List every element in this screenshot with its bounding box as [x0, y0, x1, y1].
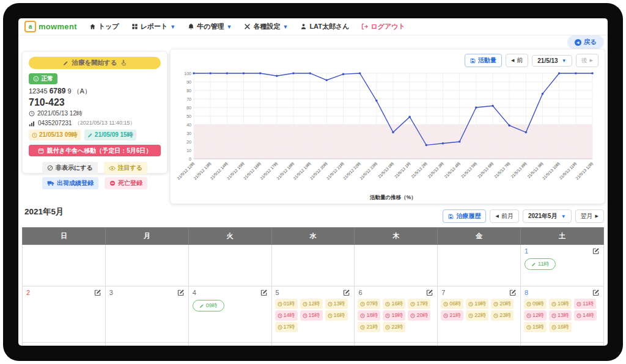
edit-day-icon[interactable]: [94, 289, 101, 296]
nav-item-label: ログアウト: [370, 22, 405, 31]
start-treatment-label: 治療を開始する: [72, 59, 117, 67]
alert-time-chip[interactable]: 13時: [549, 310, 572, 321]
nav-item-label: 牛の管理: [197, 22, 224, 31]
alert-time-chip[interactable]: 12時: [300, 299, 323, 309]
move-to-barn-button[interactable]: 親付き牛舎へ移動（予定日：5月6日）: [29, 145, 161, 156]
activity-chart-card: 活動量 ◀ 前 21/5/13 ▼ 後 ▶ 010203040506070809…: [170, 49, 605, 204]
nav-item-user[interactable]: LAT太郎さん: [300, 22, 349, 31]
alert-time-chip[interactable]: 15時: [300, 310, 323, 321]
sensor-id: 0435207231: [38, 120, 72, 126]
alert-time-chip[interactable]: 14時: [275, 310, 298, 321]
calendar-cell: [521, 343, 604, 346]
alert-time-chip[interactable]: 19時: [466, 299, 488, 309]
alert-time-chip[interactable]: 14時: [574, 310, 597, 321]
edit-day-icon[interactable]: [177, 289, 185, 296]
alert-time-chip[interactable]: 19時: [383, 310, 405, 321]
weekday-header: 水: [271, 228, 355, 245]
svg-text:70: 70: [186, 97, 191, 101]
clock-icon: [385, 325, 390, 330]
alert-time-chip[interactable]: 20時: [491, 299, 514, 309]
alert-time-chip[interactable]: 13時: [325, 299, 348, 309]
alert-time-chip[interactable]: 20時: [408, 310, 430, 321]
weekday-header: 火: [188, 228, 271, 245]
chart-date-select[interactable]: 21/5/13 ▼: [532, 55, 572, 67]
chart-prev-button[interactable]: ◀ 前: [506, 54, 528, 67]
treatment-pill[interactable]: 09時: [193, 300, 224, 311]
pencil-icon: [199, 304, 204, 308]
edit-day-icon[interactable]: [426, 289, 433, 296]
weekday-header: 土: [521, 228, 604, 245]
pencil-icon: [87, 133, 93, 138]
alert-time-chip[interactable]: 21時: [358, 322, 380, 332]
alert-time-chip[interactable]: 10時: [549, 299, 572, 309]
hide-button[interactable]: 非表示にする: [42, 162, 98, 174]
alert-time-chip[interactable]: 16時: [549, 322, 572, 332]
alert-time-chip[interactable]: 22時: [466, 310, 488, 321]
svg-text:30: 30: [186, 131, 191, 136]
chevron-down-icon: ▼: [562, 58, 567, 64]
death-record-button[interactable]: 死亡登録: [105, 177, 147, 189]
svg-text:活動量の推移（%）: 活動量の推移（%）: [369, 194, 416, 200]
start-treatment-button[interactable]: 治療を開始する: [29, 57, 161, 69]
alert-time-chip[interactable]: 17時: [275, 322, 298, 332]
edit-time-chip[interactable]: 21/05/09 15時: [84, 129, 136, 140]
calendar-month-select[interactable]: 2021年5月 ▼: [523, 209, 572, 223]
watch-button[interactable]: 注目する: [104, 162, 147, 174]
alert-time-chip[interactable]: 18時: [358, 310, 380, 321]
alert-time-chip[interactable]: 15時: [524, 322, 547, 332]
save-icon: [470, 58, 476, 64]
alert-time-chip[interactable]: 07時: [358, 299, 380, 309]
svg-text:21/5/13 0時: 21/5/13 0時: [377, 161, 395, 178]
clock-icon: [360, 313, 365, 318]
nav-item-report[interactable]: レポート ▼: [131, 22, 176, 31]
nav-item-cattle[interactable]: 牛の管理 ▼: [188, 22, 232, 31]
day-number: 7: [441, 289, 445, 296]
status-badge: 正常: [29, 73, 57, 84]
series-select-button[interactable]: 活動量: [465, 54, 502, 67]
brand-logo[interactable]: a mowment: [24, 21, 77, 32]
alert-time-chip[interactable]: 21/05/13 09時: [29, 129, 81, 140]
calendar-cell: 409時: [188, 286, 271, 343]
calendar-cell: 607時16時17時18時19時20時21時22時: [355, 286, 438, 343]
calendar-prev-month-button[interactable]: ◀ 前月: [490, 209, 518, 223]
device-frame: a mowment トップ レポート ▼ 牛の管理 ▼ 各種設定 ▼ LAT太郎…: [3, 3, 623, 361]
calendar-cell: [23, 245, 106, 286]
calendar-cell: [188, 343, 271, 346]
alert-time-chip[interactable]: 09時: [524, 299, 547, 309]
shipment-record-button[interactable]: 出荷成績登録: [42, 177, 98, 189]
pointer-icon: [120, 60, 127, 66]
calendar-next-month-button[interactable]: 翌月 ▶: [575, 209, 604, 223]
edit-day-icon[interactable]: [509, 289, 517, 296]
clock-icon: [278, 302, 282, 307]
alert-time-chip[interactable]: 22時: [383, 322, 405, 332]
treatment-pill[interactable]: 11時: [525, 258, 556, 270]
alert-time-chip[interactable]: 23時: [491, 310, 514, 321]
edit-day-icon[interactable]: [592, 289, 600, 296]
home-icon: [89, 23, 96, 30]
edit-day-icon[interactable]: [260, 289, 268, 296]
alert-time-chip[interactable]: 21時: [441, 310, 463, 321]
nav-item-settings[interactable]: 各種設定 ▼: [244, 22, 288, 31]
alert-time-chip[interactable]: 06時: [441, 299, 463, 309]
alert-time-chip[interactable]: 11時: [574, 299, 596, 309]
nav-item-logout[interactable]: ログアウト: [361, 22, 405, 31]
edit-day-icon[interactable]: [592, 247, 600, 255]
svg-text:21/5/13 9時: 21/5/13 9時: [526, 161, 544, 178]
chart-next-button[interactable]: 後 ▶: [576, 54, 598, 67]
alert-time-chip[interactable]: 17時: [408, 299, 430, 309]
cow-id-line: 12345 6789 9 （A）: [29, 87, 161, 96]
right-arrow-icon: ▶: [595, 214, 598, 219]
edit-day-icon[interactable]: [343, 289, 350, 296]
alert-time-chip[interactable]: 16時: [383, 299, 405, 309]
alert-time-chip[interactable]: 01時: [275, 299, 298, 309]
nav-item-top[interactable]: トップ: [89, 22, 119, 31]
back-button[interactable]: ◂ 戻る: [567, 35, 604, 49]
calendar-cell: [438, 343, 521, 346]
sensor-line: 0435207231 （2021/05/13 11:40:15）: [29, 119, 161, 127]
alert-time-chip[interactable]: 12時: [524, 310, 547, 321]
alert-time-chip[interactable]: 16時: [325, 310, 348, 321]
clock-icon: [493, 313, 498, 318]
nav-item-label: 各種設定: [253, 22, 280, 31]
top-nav: a mowment トップ レポート ▼ 牛の管理 ▼ 各種設定 ▼ LAT太郎…: [18, 18, 608, 35]
treatment-history-button[interactable]: 治療履歴: [443, 209, 486, 223]
